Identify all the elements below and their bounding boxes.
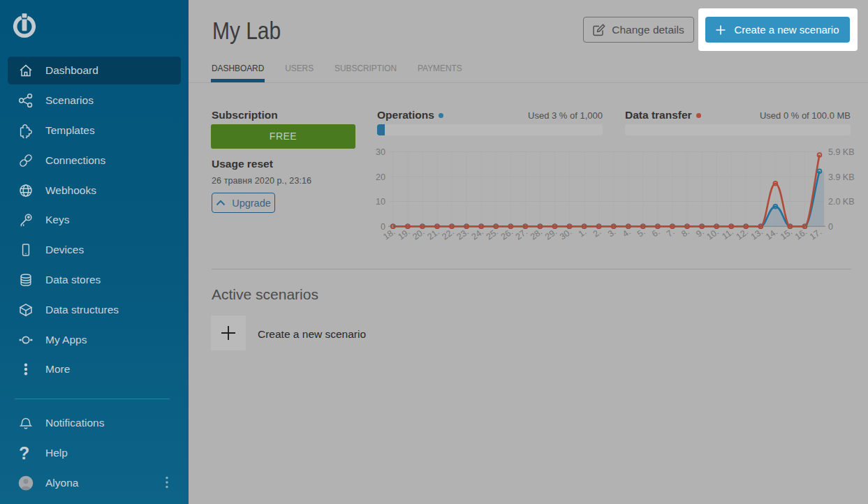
svg-text:28.: 28. — [529, 227, 544, 242]
svg-text:7.: 7. — [665, 227, 677, 239]
svg-text:19.: 19. — [396, 227, 411, 242]
svg-text:3.9 KB: 3.9 KB — [828, 172, 855, 182]
svg-text:29.: 29. — [543, 227, 559, 242]
svg-text:11.: 11. — [720, 227, 735, 242]
svg-text:2.: 2. — [591, 227, 603, 239]
svg-text:13.: 13. — [749, 227, 765, 242]
svg-text:8.: 8. — [679, 227, 691, 239]
svg-text:26.: 26. — [499, 227, 515, 242]
svg-text:23.: 23. — [455, 227, 471, 242]
svg-text:10.: 10. — [705, 227, 721, 242]
svg-text:6.: 6. — [650, 227, 662, 239]
svg-text:12.: 12. — [735, 227, 750, 242]
svg-text:25.: 25. — [485, 227, 500, 242]
svg-text:20.: 20. — [411, 227, 426, 242]
svg-text:16.: 16. — [793, 227, 809, 242]
svg-text:24.: 24. — [470, 227, 485, 242]
svg-text:21.: 21. — [425, 227, 441, 242]
svg-text:0: 0 — [828, 222, 833, 232]
svg-text:0: 0 — [381, 222, 385, 232]
svg-text:2.0 KB: 2.0 KB — [828, 197, 855, 207]
svg-text:22.: 22. — [440, 227, 455, 242]
svg-text:27.: 27. — [514, 227, 529, 242]
svg-text:15.: 15. — [779, 227, 794, 242]
svg-text:5.9 KB: 5.9 KB — [828, 147, 855, 157]
svg-text:17.: 17. — [808, 227, 823, 242]
svg-text:4.: 4. — [621, 227, 633, 239]
svg-text:3.: 3. — [606, 227, 618, 239]
svg-text:20: 20 — [376, 172, 385, 182]
svg-text:10: 10 — [376, 197, 385, 207]
svg-text:30: 30 — [376, 147, 385, 157]
svg-text:5.: 5. — [635, 227, 647, 239]
svg-text:30.: 30. — [558, 227, 573, 242]
svg-text:9.: 9. — [694, 227, 706, 239]
svg-text:14.: 14. — [764, 227, 779, 242]
svg-text:1.: 1. — [577, 227, 589, 239]
